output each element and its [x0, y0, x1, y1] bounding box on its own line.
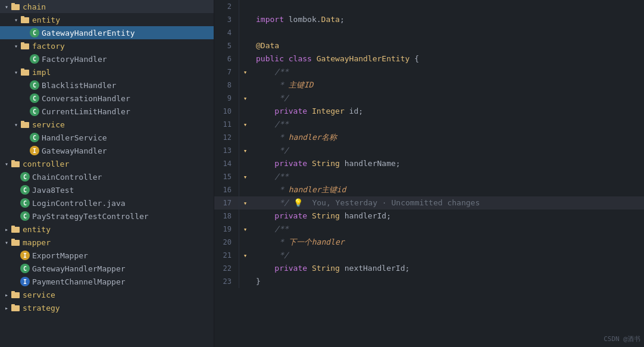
code-line-2: 2 [214, 0, 644, 13]
sidebar-item-gateway-handler[interactable]: I GatewayHandler [0, 144, 214, 157]
line-content-20: * 下一个handler [251, 236, 644, 249]
gutter-13: ▾ [239, 144, 251, 157]
gutter-2 [239, 0, 251, 13]
sidebar-item-strategy[interactable]: strategy [0, 301, 214, 314]
gutter-18 [239, 210, 251, 223]
chain-folder-icon [11, 2, 20, 11]
line-content-14: private String handlerName; [251, 157, 644, 170]
export-mapper-icon: I [20, 251, 30, 260]
sidebar-item-gateway-handler-mapper[interactable]: C GatewayHandlerMapper [0, 262, 214, 275]
code-line-22: 22 private String nextHandlerId; [214, 262, 644, 275]
sidebar-item-mapper[interactable]: mapper [0, 236, 214, 249]
line-content-13: */ [251, 144, 644, 157]
entity-folder-icon [20, 15, 30, 24]
impl-label: impl [32, 68, 51, 77]
line-content-6: public class GatewayHandlerEntity { [251, 52, 644, 65]
sidebar-item-blacklist-handler[interactable]: C BlacklistHandler [0, 79, 214, 92]
sidebar-item-factory[interactable]: factory [0, 39, 214, 52]
sidebar-item-current-limit-handler[interactable]: C CurrentLimitHandler [0, 105, 214, 118]
conversation-handler-label: ConversationHandler [42, 94, 130, 103]
java8-test-icon: C [20, 185, 30, 195]
line-content-9: */ [251, 92, 644, 105]
sidebar-item-controller[interactable]: controller [0, 157, 214, 170]
factory-folder-icon [20, 41, 30, 51]
watermark: CSDN @酒书 [604, 335, 640, 343]
gutter-7: ▾ [239, 65, 251, 79]
factory-handler-label: FactoryHandler [42, 55, 107, 64]
current-limit-handler-label: CurrentLimitHandler [42, 107, 130, 116]
line-content-15: /** [251, 170, 644, 183]
chain-controller-label: ChainController [32, 173, 102, 182]
code-line-23: 23 } [214, 275, 644, 288]
sidebar-item-pay-strategy-controller[interactable]: C PayStrategyTestController [0, 210, 214, 223]
gutter-22 [239, 262, 251, 275]
svg-rect-5 [21, 42, 24, 45]
code-line-15: 15 ▾ /** [214, 170, 644, 183]
gateway-handler-entity-icon: C [30, 28, 39, 37]
blacklist-handler-label: BlacklistHandler [42, 81, 116, 90]
blacklist-handler-icon: C [30, 80, 39, 90]
factory-handler-icon: C [30, 54, 39, 64]
sidebar-item-java8-test[interactable]: C Java8Test [0, 183, 214, 196]
factory-label: factory [32, 42, 65, 51]
line-num-16: 16 [214, 183, 239, 196]
gateway-handler-entity-label: GatewayHandlerEntity [42, 29, 135, 37]
line-content-18: private String handlerId; [251, 210, 644, 223]
line-num-15: 15 [214, 170, 239, 183]
svg-rect-3 [21, 16, 24, 18]
line-num-9: 9 [214, 92, 239, 105]
tree-arrow-entity2 [2, 225, 11, 233]
code-line-20: 20 * 下一个handler [214, 236, 644, 249]
line-num-4: 4 [214, 26, 239, 39]
line-num-11: 11 [214, 118, 239, 131]
sidebar-item-entity2[interactable]: entity [0, 223, 214, 236]
code-line-9: 9 ▾ */ [214, 92, 644, 105]
code-area: 2 3 import lombok.Data; 4 5 @Data 6 publ… [214, 0, 644, 288]
service2-folder-icon [11, 290, 20, 299]
tree-arrow-service2 [2, 290, 11, 299]
controller-folder-icon [11, 159, 20, 168]
sidebar-item-login-controller[interactable]: C LoginController.java [0, 196, 214, 210]
tree-arrow-service [12, 120, 20, 129]
svg-rect-9 [21, 121, 24, 123]
controller-label: controller [23, 160, 69, 168]
code-line-21: 21 ▾ */ [214, 249, 644, 262]
gateway-handler-label: GatewayHandler [42, 146, 107, 155]
sidebar-item-factory-handler[interactable]: C FactoryHandler [0, 52, 214, 65]
code-line-16: 16 * handler主键id [214, 183, 644, 196]
file-tree[interactable]: chain entity C GatewayHandlerEntity fact… [0, 0, 214, 347]
sidebar-item-payment-channel-mapper[interactable]: I PaymentChannelMapper [0, 275, 214, 288]
pay-strategy-controller-label: PayStrategyTestController [32, 212, 149, 221]
line-num-10: 10 [214, 105, 239, 118]
entity2-folder-icon [11, 224, 20, 234]
code-line-5: 5 @Data [214, 39, 644, 52]
mapper-folder-icon [11, 237, 20, 247]
line-content-22: private String nextHandlerId; [251, 262, 644, 275]
tree-arrow-strategy [2, 304, 11, 312]
sidebar-item-impl[interactable]: impl [0, 65, 214, 79]
handler-service-label: HandlerService [42, 133, 107, 142]
tree-arrow-impl [12, 68, 20, 76]
tree-arrow-factory [12, 42, 20, 50]
handler-service-icon: C [30, 133, 39, 142]
line-num-5: 5 [214, 39, 239, 52]
line-content-7: /** [251, 65, 644, 79]
tree-arrow-controller [2, 160, 11, 168]
sidebar-item-service2[interactable]: service [0, 288, 214, 301]
sidebar-item-conversation-handler[interactable]: C ConversationHandler [0, 92, 214, 105]
code-line-18: 18 private String handlerId; [214, 210, 644, 223]
sidebar-item-chain[interactable]: chain [0, 0, 214, 13]
sidebar-item-entity[interactable]: entity [0, 13, 214, 26]
line-content-12: * handler名称 [251, 131, 644, 144]
sidebar-item-export-mapper[interactable]: I ExportMapper [0, 249, 214, 262]
code-line-17: 17 ▾ */💡 You, Yesterday · Uncommitted ch… [214, 196, 644, 210]
svg-rect-11 [11, 160, 15, 162]
sidebar-item-handler-service[interactable]: C HandlerService [0, 131, 214, 144]
tree-arrow-chain [2, 2, 11, 11]
strategy-folder-icon [11, 303, 20, 312]
sidebar-item-gateway-handler-entity[interactable]: C GatewayHandlerEntity [0, 26, 214, 39]
gutter-20 [239, 236, 251, 249]
sidebar-item-service[interactable]: service [0, 118, 214, 131]
sidebar-item-chain-controller[interactable]: C ChainController [0, 170, 214, 183]
gutter-3 [239, 13, 251, 26]
